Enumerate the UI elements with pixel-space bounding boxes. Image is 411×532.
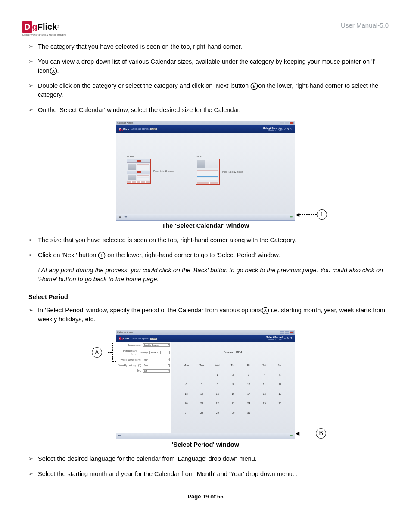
bullet-item: Double click on the category or select t… <box>28 81 389 100</box>
holiday1-dropdown[interactable]: Sun <box>143 364 170 367</box>
figure-select-period: Calendar Xpress DgFlick Calendar xpressL… <box>22 330 389 439</box>
year-dropdown[interactable]: 2014 <box>149 351 159 354</box>
back-arrow-icon: ⬅ <box>124 214 128 220</box>
maximize-icon <box>285 122 289 124</box>
next-arrow-icon: ➡ <box>290 433 293 439</box>
instruction-list-1: The category that you have selected is s… <box>22 42 389 115</box>
grid-view-icon: ▦ <box>118 215 122 219</box>
logo: DgFlick® Digital World for Still & Motio… <box>22 21 66 37</box>
circled-b-icon: B <box>250 82 258 90</box>
instruction-list-3: In 'Select Period' window, specify the p… <box>22 306 389 324</box>
bullet-item: Select the desired language for the cale… <box>28 454 389 464</box>
figure1-caption: The 'Select Calendar' window <box>22 221 389 230</box>
note-text: ! At any point during the process, you c… <box>38 266 389 284</box>
help-icon: ? <box>290 336 292 341</box>
minimize-icon <box>280 122 284 124</box>
tool-icon: ✎ <box>287 127 290 131</box>
annotation-a: A <box>92 347 113 358</box>
instruction-list-4: Select the desired language for the cale… <box>22 454 389 479</box>
help-icon: ? <box>290 127 292 131</box>
page-header: DgFlick® Digital World for Still & Motio… <box>22 21 389 37</box>
bullet-item: On the 'Select Calendar' window, select … <box>28 106 389 115</box>
period-workarea: Language :English-English Period starts … <box>116 342 295 433</box>
bullet-item: The size that you have selected is seen … <box>28 236 389 245</box>
next-arrow-icon: ➡ <box>290 214 293 220</box>
bullet-item: In 'Select Period' window, specify the p… <box>28 306 389 324</box>
close-icon <box>290 122 294 124</box>
calendar-grid: MonTueWedThuFriSatSun 12345 6789101112 1… <box>178 361 288 417</box>
page-footer: Page 19 of 65 <box>22 493 389 501</box>
year-extra-dropdown[interactable] <box>160 351 170 354</box>
home-icon: ⌂ <box>284 127 286 131</box>
circled-1-icon: 1 <box>98 252 106 259</box>
tool-icon: ✎ <box>287 336 290 341</box>
version-label: User Manual-5.0 <box>341 21 389 30</box>
calendar-workarea: 12x18 <box>116 133 295 214</box>
annotation-1: ◀ 1 <box>296 209 327 220</box>
weekstart-dropdown[interactable]: Mon <box>143 358 170 361</box>
instruction-list-2: The size that you have selected is seen … <box>22 236 389 260</box>
section-heading: Select Period <box>28 292 389 302</box>
window-titlebar: Calendar Xpress <box>116 121 295 125</box>
minimize-icon <box>280 331 284 334</box>
bottom-bar: ▦⬅ ➡ <box>116 214 295 220</box>
logo-subtitle: Digital World for Still & Motion Imaging <box>22 33 66 37</box>
month-dropdown[interactable]: January <box>139 351 148 354</box>
home-icon: ⌂ <box>284 336 286 341</box>
bullet-item: You can view a drop down list of various… <box>28 57 389 75</box>
figure-select-calendar: Calendar Xpress DgFlick Calendar xpressL… <box>22 121 389 221</box>
figure2-caption: 'Select Period' window <box>22 440 389 449</box>
footer-rule <box>22 490 389 490</box>
bullet-item: Click on 'Next' button 1 on the lower, r… <box>28 251 389 260</box>
bullet-item: The category that you have selected is s… <box>28 42 389 51</box>
svg-text:A: A <box>52 68 55 73</box>
maximize-icon <box>285 331 289 334</box>
calendar-preview-panel: January 2014 MonTueWedThuFriSatSun 12345… <box>171 342 295 433</box>
bullet-item: Select the starting month and year for t… <box>28 470 389 479</box>
period-form-panel: Language :English-English Period starts … <box>116 342 171 433</box>
brand-bar: DgFlick Calendar xpressLANG Select Calen… <box>116 125 295 133</box>
close-icon <box>290 331 294 334</box>
circled-a-icon: A <box>262 307 269 314</box>
brand-bar: DgFlick Calendar xpressLANG Select Perio… <box>116 335 295 342</box>
svg-text:B: B <box>253 84 256 89</box>
annotation-b: ◀ B <box>296 428 326 439</box>
svg-text:A: A <box>264 308 267 313</box>
circled-a-icon: A <box>50 67 57 75</box>
language-dropdown[interactable]: English-English <box>143 343 170 347</box>
svg-text:1: 1 <box>101 253 103 258</box>
back-arrow-icon: ⬅ <box>118 433 121 439</box>
window-titlebar: Calendar Xpress <box>116 330 295 335</box>
bottom-bar: ⬅ ➡ <box>116 433 295 439</box>
holiday2-dropdown[interactable]: Sat <box>143 369 170 373</box>
